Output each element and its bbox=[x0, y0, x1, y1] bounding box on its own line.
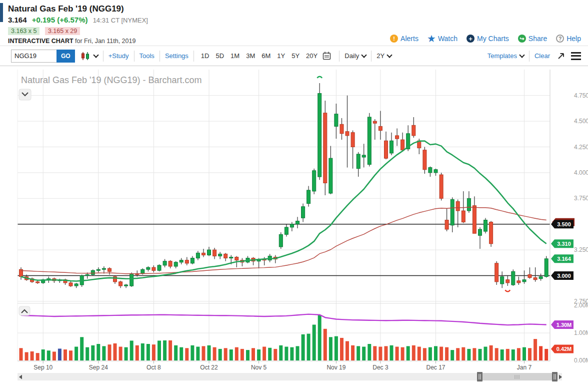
divider bbox=[339, 51, 340, 62]
open-interest-line bbox=[21, 314, 546, 325]
svg-text:Nov 19: Nov 19 bbox=[326, 364, 346, 371]
chart-scrollbar[interactable] bbox=[18, 372, 562, 381]
chevron-down-icon bbox=[93, 52, 98, 58]
header-link-watch[interactable]: ★Watch bbox=[428, 35, 458, 43]
bid-chip: 3.163 x 5 bbox=[8, 27, 40, 35]
svg-text:Sep 24: Sep 24 bbox=[89, 364, 108, 371]
frequency-dropdown[interactable]: Daily bbox=[344, 52, 366, 60]
svg-text:0.42M: 0.42M bbox=[556, 346, 572, 352]
quote-header: Natural Gas Feb '19 (NGG19) 3.164 +0.195… bbox=[0, 0, 588, 46]
long-ma-line bbox=[21, 207, 546, 274]
period-3m[interactable]: 3M bbox=[246, 52, 255, 60]
price-change: +0.195 (+6.57%) bbox=[32, 16, 88, 24]
header-links: !Alerts★Watch+My Charts↪Share?Help bbox=[390, 4, 581, 46]
divider bbox=[529, 51, 530, 62]
period-1y[interactable]: 1Y bbox=[277, 52, 285, 60]
plus-circle-icon: + bbox=[466, 35, 474, 43]
calendar-icon[interactable] bbox=[322, 52, 331, 60]
arc-under-low-marker bbox=[505, 290, 510, 291]
interactive-chart-date: for Fri, Jan 11th, 2019 bbox=[75, 38, 136, 45]
period-1m[interactable]: 1M bbox=[230, 52, 240, 60]
divider bbox=[160, 51, 160, 62]
chart-canvas[interactable]: 4.7504.5004.2504.0003.7503.2502.7502.00M… bbox=[0, 70, 588, 386]
price-row: 3.164 +0.195 (+6.57%) 14:31 CT [NYMEX] bbox=[8, 16, 390, 24]
price-line-badge: 3.500 bbox=[551, 220, 574, 228]
add-study-button[interactable]: +Study bbox=[108, 52, 129, 60]
divider bbox=[134, 51, 134, 62]
price-value-badge: 3.310 bbox=[551, 239, 574, 248]
price-line-badge: 3.000 bbox=[551, 271, 574, 280]
header-link-help[interactable]: ?Help bbox=[556, 35, 581, 43]
period-1d[interactable]: 1D bbox=[201, 52, 210, 60]
quote-timestamp: 14:31 CT [NYMEX] bbox=[93, 17, 148, 24]
period-5d[interactable]: 5D bbox=[216, 52, 224, 60]
svg-text:Dec 17: Dec 17 bbox=[426, 364, 445, 371]
volume-pane-collapse-button[interactable] bbox=[19, 306, 30, 315]
svg-text:Dec 3: Dec 3 bbox=[372, 364, 388, 371]
svg-text:Oct 22: Oct 22 bbox=[200, 364, 218, 371]
tools-button[interactable]: Tools bbox=[140, 52, 154, 60]
chart-toolbar: GO +Study Tools Settings 1D5D1M3M6M1Y5Y2… bbox=[0, 46, 588, 66]
scrollbar-handle bbox=[477, 372, 482, 381]
page-title: Natural Gas Feb '19 (NGG19) bbox=[8, 4, 390, 14]
short-ma-line bbox=[21, 141, 546, 281]
star-icon: ★ bbox=[428, 35, 436, 43]
svg-text:4.750: 4.750 bbox=[574, 92, 588, 99]
volume-value-badge: 1.30M bbox=[551, 320, 574, 329]
divider bbox=[194, 51, 194, 62]
divider bbox=[103, 51, 104, 62]
volume-value-badge: 0.42M bbox=[551, 344, 574, 353]
volume-axis-label: 1.00M bbox=[574, 329, 588, 336]
period-buttons: 1D5D1M3M6M1Y5Y20Y bbox=[201, 52, 318, 60]
volume-axis-label: 0.00M bbox=[574, 357, 588, 364]
ask-chip: 3.165 x 29 bbox=[45, 27, 80, 35]
divider bbox=[371, 51, 372, 62]
last-price: 3.164 bbox=[8, 16, 27, 24]
help-icon: ? bbox=[556, 35, 564, 43]
scrollbar-thumb bbox=[479, 373, 558, 380]
templates-dropdown[interactable]: Templates bbox=[488, 52, 524, 60]
svg-text:4.500: 4.500 bbox=[574, 118, 588, 125]
svg-text:3.164: 3.164 bbox=[557, 256, 571, 262]
svg-text:4.250: 4.250 bbox=[574, 144, 588, 151]
price-pane-collapse-button[interactable] bbox=[19, 89, 31, 100]
svg-text:Sep 10: Sep 10 bbox=[34, 364, 52, 371]
clear-button[interactable]: Clear bbox=[534, 52, 550, 60]
svg-text:3.000: 3.000 bbox=[557, 273, 571, 279]
price-axis-labels: 4.7504.5004.2504.0003.7503.2502.750 bbox=[574, 92, 588, 305]
chevron-down-icon bbox=[361, 52, 366, 58]
svg-text:3.500: 3.500 bbox=[557, 221, 571, 227]
svg-text:3.250: 3.250 bbox=[574, 246, 588, 253]
arc-over-high-marker bbox=[317, 77, 322, 78]
svg-text:Jan 7: Jan 7 bbox=[517, 364, 532, 371]
period-5y[interactable]: 5Y bbox=[292, 52, 300, 60]
header-link-my-charts[interactable]: +My Charts bbox=[466, 35, 509, 43]
svg-text:3.750: 3.750 bbox=[574, 195, 588, 202]
period-6m[interactable]: 6M bbox=[262, 52, 270, 60]
chevron-down-icon bbox=[386, 52, 392, 58]
frequency-value: Daily bbox=[344, 52, 359, 60]
header-link-share[interactable]: ↪Share bbox=[518, 35, 547, 43]
symbol-input[interactable] bbox=[11, 50, 56, 63]
chevron-down-icon bbox=[519, 52, 524, 58]
chart-type-dropdown[interactable] bbox=[80, 52, 98, 61]
go-button[interactable]: GO bbox=[56, 50, 75, 63]
share-icon: ↪ bbox=[518, 35, 526, 43]
templates-label: Templates bbox=[488, 52, 517, 60]
price-gridlines bbox=[18, 96, 550, 333]
price-value-badge: 3.164 bbox=[551, 254, 574, 263]
menu-icon[interactable] bbox=[571, 50, 581, 62]
chart-watermark-title: Natural Gas Feb '19 (NGG19) - Barchart.c… bbox=[21, 75, 202, 85]
svg-text:3.310: 3.310 bbox=[557, 241, 571, 247]
pane-borders bbox=[18, 70, 550, 361]
expand-icon[interactable] bbox=[557, 52, 565, 60]
header-link-alerts[interactable]: !Alerts bbox=[390, 35, 418, 43]
date-axis: Sep 10Sep 24Oct 8Oct 22Nov 5Nov 19Dec 3D… bbox=[34, 361, 532, 371]
settings-button[interactable]: Settings bbox=[165, 52, 188, 60]
volume-axis-label: 2.00M bbox=[574, 302, 588, 309]
period-20y[interactable]: 20Y bbox=[306, 52, 318, 60]
range-dropdown[interactable]: 2Y bbox=[376, 52, 392, 60]
interactive-chart-label: INTERACTIVE CHART bbox=[8, 38, 74, 45]
scrollbar-handle bbox=[552, 372, 558, 381]
alert-icon: ! bbox=[390, 35, 398, 43]
